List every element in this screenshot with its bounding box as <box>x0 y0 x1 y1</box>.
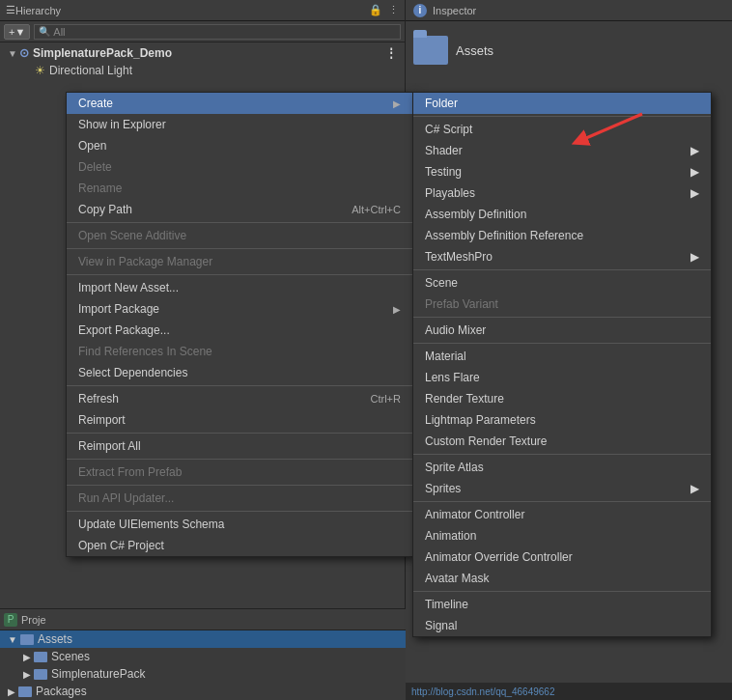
submenu-item-playables-label: Playables <box>425 186 475 200</box>
submenu-item-avatar-mask[interactable]: Avatar Mask <box>413 568 711 589</box>
submenu-arrow-textmeshpro: ▶ <box>690 250 699 264</box>
inspector-title: Inspector <box>433 5 476 16</box>
submenu-item-signal-label: Signal <box>425 619 457 632</box>
submenu-item-timeline[interactable]: Timeline <box>413 594 711 615</box>
folder-packages-label: Packages <box>36 685 87 698</box>
menu-item-select-deps[interactable]: Select Dependencies <box>67 362 412 383</box>
inspector-info-icon: i <box>413 4 427 17</box>
menu-item-export-package-label: Export Package... <box>78 323 170 337</box>
menu-item-open-csharp[interactable]: Open C# Project <box>67 535 412 556</box>
copy-path-shortcut: Alt+Ctrl+C <box>352 204 401 215</box>
refresh-shortcut: Ctrl+R <box>371 393 401 405</box>
menu-item-update-ui[interactable]: Update UIElements Schema <box>67 514 412 535</box>
scene-menu-icon[interactable]: ⋮ <box>385 46 397 60</box>
menu-item-update-ui-label: Update UIElements Schema <box>78 518 224 531</box>
submenu-item-textmeshpro[interactable]: TextMeshPro ▶ <box>413 246 711 267</box>
menu-item-copy-path-label: Copy Path <box>78 203 132 216</box>
menu-item-create-label: Create <box>78 97 113 110</box>
submenu-item-csharp-label: C# Script <box>425 123 472 136</box>
submenu-item-testing[interactable]: Testing ▶ <box>413 161 711 182</box>
folder-simplenaturepack[interactable]: ▶ SimplenaturePack <box>0 665 406 683</box>
folder-assets[interactable]: ▼ Assets <box>0 630 406 648</box>
add-button[interactable]: +▼ <box>4 24 30 40</box>
directional-light-item[interactable]: ☀ Directional Light <box>0 62 405 79</box>
folder-scenes-icon <box>34 652 47 662</box>
submenu-item-custom-render-texture[interactable]: Custom Render Texture <box>413 431 711 452</box>
arrow-scenes: ▶ <box>23 652 31 662</box>
separator-7 <box>67 485 412 486</box>
scene-item[interactable]: ▼ ⊙ SimplenaturePack_Demo ⋮ <box>0 44 405 62</box>
separator-8 <box>67 511 412 512</box>
submenu-item-assembly-def[interactable]: Assembly Definition <box>413 204 711 225</box>
submenu-item-sprites[interactable]: Sprites ▶ <box>413 478 711 499</box>
submenu-arrow-import: ▶ <box>393 304 401 315</box>
lock-icon[interactable]: 🔒 <box>369 4 382 16</box>
submenu-item-audio-mixer-label: Audio Mixer <box>425 323 486 337</box>
menu-item-reimport-label: Reimport <box>78 413 126 427</box>
menu-item-import-package-label: Import Package <box>78 302 159 316</box>
hierarchy-menu-icon: ☰ <box>6 4 15 16</box>
submenu-item-animation[interactable]: Animation <box>413 525 711 546</box>
submenu-sep-2 <box>413 269 711 270</box>
submenu-item-playables[interactable]: Playables ▶ <box>413 182 711 204</box>
submenu-item-assembly-def-ref[interactable]: Assembly Definition Reference <box>413 225 711 246</box>
menu-item-find-refs-label: Find References In Scene <box>78 345 212 358</box>
menu-item-import-package[interactable]: Import Package ▶ <box>67 298 412 320</box>
menu-item-reimport-all[interactable]: Reimport All <box>67 435 412 457</box>
folder-assets-label: Assets <box>38 632 72 646</box>
submenu-item-render-texture[interactable]: Render Texture <box>413 388 711 409</box>
folder-simplenaturepack-label: SimplenaturePack <box>51 667 145 681</box>
menu-item-import-asset[interactable]: Import New Asset... <box>67 277 412 298</box>
submenu-item-animation-label: Animation <box>425 529 476 543</box>
submenu-item-scene[interactable]: Scene <box>413 272 711 294</box>
submenu-item-animator-override[interactable]: Animator Override Controller <box>413 546 711 568</box>
arrow-simplenaturepack: ▶ <box>23 669 31 680</box>
submenu-item-custom-render-texture-label: Custom Render Texture <box>425 434 548 448</box>
submenu-item-animator-override-label: Animator Override Controller <box>425 550 573 564</box>
search-label: All <box>53 26 65 38</box>
submenu-item-sprite-atlas[interactable]: Sprite Atlas <box>413 457 711 478</box>
menu-item-reimport[interactable]: Reimport <box>67 409 412 431</box>
inspector-content: Assets <box>406 21 732 79</box>
submenu-item-signal[interactable]: Signal <box>413 615 711 636</box>
submenu-item-lightmap-params[interactable]: Lightmap Parameters <box>413 409 711 431</box>
menu-item-extract-prefab: Extract From Prefab <box>67 462 412 483</box>
menu-item-open-scene-additive: Open Scene Additive <box>67 225 412 246</box>
folder-assets-icon <box>20 634 34 645</box>
project-icon: P <box>4 613 17 627</box>
menu-item-delete: Delete <box>67 156 412 178</box>
menu-item-reimport-all-label: Reimport All <box>78 439 141 453</box>
menu-item-view-package: View in Package Manager <box>67 251 412 272</box>
submenu-item-material[interactable]: Material <box>413 346 711 367</box>
context-menu-left: Create ▶ Show in Explorer Open Delete Re… <box>66 92 413 557</box>
menu-item-show-explorer[interactable]: Show in Explorer <box>67 114 412 135</box>
submenu-item-animator-controller[interactable]: Animator Controller <box>413 504 711 525</box>
menu-item-refresh[interactable]: Refresh Ctrl+R <box>67 388 412 409</box>
project-panel-header: P Proje <box>0 609 406 630</box>
project-panel-bottom: P Proje ▼ Assets ▶ Scenes ▶ Simplenature… <box>0 608 406 700</box>
submenu-item-animator-controller-label: Animator Controller <box>425 508 524 521</box>
menu-item-view-package-label: View in Package Manager <box>78 255 212 268</box>
submenu-item-lens-flare[interactable]: Lens Flare <box>413 367 711 388</box>
submenu-item-avatar-mask-label: Avatar Mask <box>425 572 489 585</box>
menu-item-run-api: Run API Updater... <box>67 488 412 509</box>
hierarchy-tree: ▼ ⊙ SimplenaturePack_Demo ⋮ ☀ Directiona… <box>0 42 405 81</box>
menu-item-export-package[interactable]: Export Package... <box>67 320 412 341</box>
hierarchy-toolbar: +▼ 🔍 All <box>0 21 405 42</box>
status-bar-text: http://blog.csdn.net/qq_46649662 <box>411 686 554 697</box>
submenu-arrow-testing: ▶ <box>690 165 699 179</box>
submenu-item-audio-mixer[interactable]: Audio Mixer <box>413 320 711 341</box>
menu-item-copy-path[interactable]: Copy Path Alt+Ctrl+C <box>67 199 412 220</box>
search-box: 🔍 All <box>34 24 401 40</box>
search-icon: 🔍 <box>39 26 50 37</box>
more-icon[interactable]: ⋮ <box>388 4 399 16</box>
folder-scenes[interactable]: ▶ Scenes <box>0 648 406 665</box>
submenu-item-shader-label: Shader <box>425 144 463 157</box>
submenu-sep-4 <box>413 343 711 344</box>
menu-item-open[interactable]: Open <box>67 135 412 156</box>
folder-packages-icon <box>18 686 32 697</box>
submenu-item-scene-label: Scene <box>425 276 458 290</box>
folder-packages[interactable]: ▶ Packages <box>0 683 406 700</box>
menu-item-open-scene-additive-label: Open Scene Additive <box>78 229 186 242</box>
menu-item-create[interactable]: Create ▶ <box>67 93 412 114</box>
